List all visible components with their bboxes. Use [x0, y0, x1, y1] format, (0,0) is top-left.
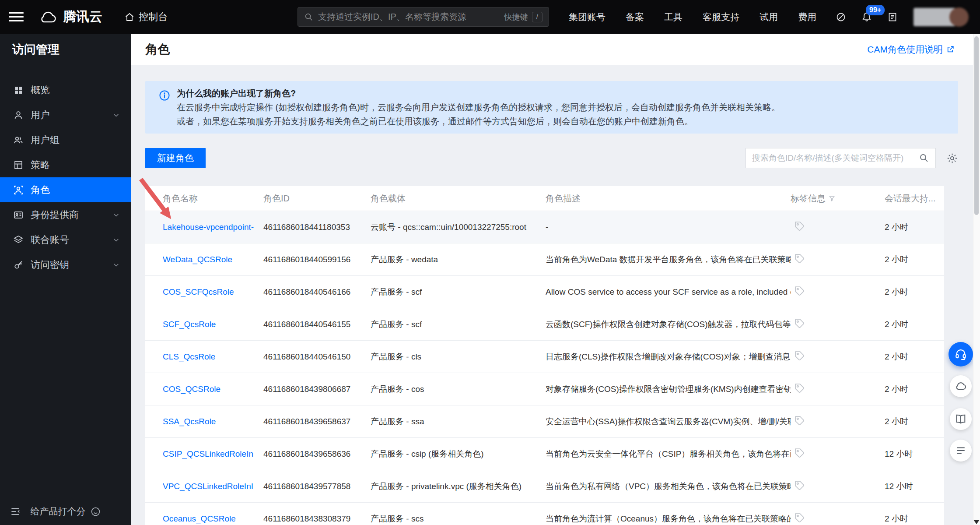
role-name-link[interactable]: CSIP_QCSLinkedRoleIn	[163, 449, 253, 458]
session-duration: 12 小时	[885, 448, 944, 460]
table-row: COS_SCFQcsRole4611686018440546166产品服务 - …	[145, 275, 944, 308]
menu-icon[interactable]	[9, 10, 24, 24]
cam-help-link[interactable]: CAM角色使用说明	[867, 43, 955, 56]
docs-button[interactable]	[950, 408, 972, 430]
sidebar-item-label: 策略	[31, 159, 50, 172]
tag-icon[interactable]	[794, 447, 805, 458]
role-desc: 云函数(SCF)操作权限含创建对象存储(COS)触发器，拉取代码包等；...	[546, 319, 791, 330]
tag-icon[interactable]	[794, 383, 805, 394]
sidebar-item-label: 概览	[31, 84, 50, 97]
brand-logo[interactable]: 腾讯云	[38, 8, 102, 26]
account-avatar[interactable]	[914, 7, 969, 27]
role-name-link[interactable]: COS_SCFQcsRole	[163, 287, 234, 296]
role-name-link[interactable]: Oceanus_QCSRole	[163, 514, 236, 523]
tag-icon[interactable]	[794, 512, 805, 523]
users-icon	[13, 135, 24, 145]
banner-line: 或者，如果您在某项服务开始支持服务相关角色之前已在使用该服务，通过邮件等方式告知…	[177, 114, 780, 128]
rate-product-label: 给产品打个分	[31, 505, 86, 518]
topbar-nav-item[interactable]: 工具	[664, 11, 682, 23]
role-carrier: 产品服务 - wedata	[371, 254, 546, 265]
role-desc: 对象存储服务(COS)操作权限含密钥管理服务(KMS)内创建查看密钥信...	[546, 384, 791, 395]
search-icon[interactable]	[919, 153, 929, 163]
role-carrier: 产品服务 - scf	[371, 286, 546, 298]
global-search[interactable]: 快捷键 /	[298, 7, 549, 27]
feedback-button[interactable]	[950, 440, 972, 462]
rate-product[interactable]: 给产品打个分	[31, 505, 101, 518]
experience-button[interactable]	[950, 375, 972, 397]
role-id: 4611686018439658637	[263, 417, 371, 426]
global-search-input[interactable]	[318, 12, 500, 22]
tag-icon[interactable]	[794, 318, 805, 329]
role-name-link[interactable]: SSA_QcsRole	[163, 417, 216, 426]
tag-icon[interactable]	[794, 253, 805, 264]
role-id: 4611686018438308379	[263, 514, 371, 524]
circle-slash-icon[interactable]	[836, 12, 846, 22]
table-body: Lakehouse-vpcendpoint-461168601844118035…	[145, 211, 944, 525]
topbar-nav-item[interactable]: 备案	[626, 11, 644, 23]
tag-icon[interactable]	[794, 285, 805, 296]
sidebar-item-identity-provider[interactable]: 身份提供商	[0, 202, 131, 227]
role-name-link[interactable]: CLS_QcsRole	[163, 352, 215, 361]
sidebar-item-user-group[interactable]: 用户组	[0, 127, 131, 152]
role-name-link[interactable]: COS_QCSRole	[163, 384, 220, 394]
sidebar-item-access-key[interactable]: 访问密钥	[0, 252, 131, 277]
scrollbar[interactable]	[973, 34, 980, 525]
tag-icon[interactable]	[794, 415, 805, 426]
role-name-link[interactable]: SCF_QcsRole	[163, 320, 216, 329]
tag-icon[interactable]	[794, 480, 805, 491]
role-desc: 当前角色为WeData 数据开发平台服务角色，该角色将在已关联策略...	[546, 254, 791, 265]
tag-icon[interactable]	[794, 350, 805, 361]
role-carrier: 产品服务 - cls	[371, 351, 546, 363]
table-header-cell: 角色名称	[163, 193, 263, 204]
role-carrier: 产品服务 - ssa	[371, 416, 546, 427]
table-row: COS_QCSRole4611686018439806687产品服务 - cos…	[145, 373, 944, 405]
session-duration: 2 小时	[885, 319, 944, 330]
settings-icon[interactable]	[946, 152, 958, 164]
topbar-nav-item[interactable]: 客服支持	[703, 11, 739, 23]
filter-icon[interactable]	[829, 195, 835, 202]
chevron-down-icon	[112, 211, 120, 218]
session-duration: 2 小时	[885, 222, 944, 233]
table-header-cell[interactable]: 标签信息	[791, 193, 885, 204]
floating-rail	[948, 342, 973, 462]
idcard-icon	[13, 210, 24, 220]
cloud-logo-icon	[38, 10, 58, 25]
role-carrier: 云账号 - qcs::cam::uin/100013227255:root	[371, 222, 546, 233]
sidebar-item-user[interactable]: 用户	[0, 102, 131, 127]
topbar-nav-item[interactable]: 试用	[760, 11, 778, 23]
role-name-link[interactable]: Lakehouse-vpcendpoint-	[163, 222, 254, 232]
sidebar-item-label: 用户	[31, 109, 50, 122]
topbar-nav-item[interactable]: 集团账号	[569, 11, 606, 23]
topbar-nav: 集团账号备案工具客服支持试用费用	[569, 11, 816, 23]
table-row: Oceanus_QCSRole4611686018438308379产品服务 -…	[145, 502, 944, 525]
cam-help-link-label: CAM角色使用说明	[867, 43, 943, 56]
table-row: WeData_QCSRole4611686018440599156产品服务 - …	[145, 243, 944, 275]
create-role-button[interactable]: 新建角色	[145, 148, 206, 168]
sidebar-menu: 概览用户用户组策略角色身份提供商联合账号访问密钥	[0, 78, 131, 277]
sidebar-item-federated-account[interactable]: 联合账号	[0, 227, 131, 252]
toolbar: 新建角色	[145, 148, 958, 168]
info-icon	[158, 89, 171, 128]
headset-icon	[954, 348, 967, 361]
notifications-button[interactable]: 99+	[861, 11, 872, 23]
billing-icon[interactable]	[887, 12, 898, 22]
sidebar-item-policy[interactable]: 策略	[0, 152, 131, 177]
role-icon	[13, 185, 24, 195]
role-carrier: 产品服务 - scs	[371, 513, 546, 525]
console-link[interactable]: 控制台	[124, 11, 168, 24]
role-search-input[interactable]	[752, 153, 915, 163]
sidebar-item-overview[interactable]: 概览	[0, 78, 131, 102]
scrollbar-thumb[interactable]	[974, 36, 979, 215]
sidebar-item-role[interactable]: 角色	[0, 177, 131, 202]
chat-support-button[interactable]	[948, 342, 973, 366]
sidebar-item-label: 访问密钥	[31, 258, 69, 271]
tag-icon[interactable]	[794, 221, 805, 232]
slash-key: /	[532, 12, 542, 22]
scrollbar-down-arrow[interactable]	[973, 520, 980, 524]
collapse-sidebar-icon[interactable]	[10, 506, 21, 517]
table-row: CSIP_QCSLinkedRoleIn4611686018439658636产…	[145, 437, 944, 470]
role-id: 4611686018440546150	[263, 352, 371, 362]
role-name-link[interactable]: WeData_QCSRole	[163, 255, 232, 264]
topbar-nav-item[interactable]: 费用	[798, 11, 816, 23]
role-name-link[interactable]: VPC_QCSLinkedRoleInI	[163, 482, 253, 491]
